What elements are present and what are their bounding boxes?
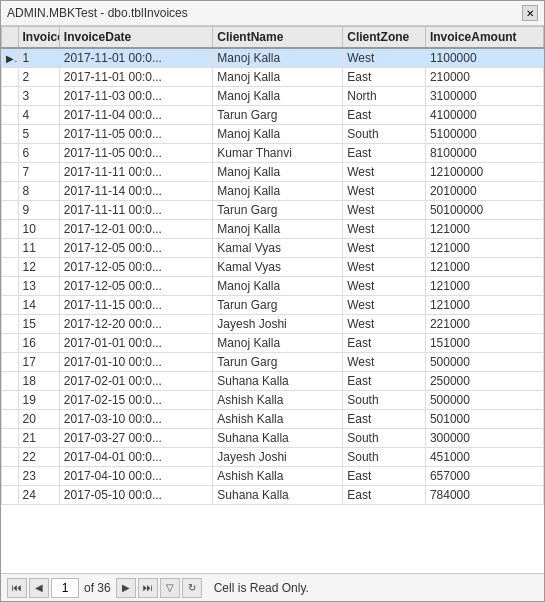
table-cell-2[interactable]: 2017-12-01 00:0... [59,220,213,239]
table-cell-5[interactable]: 8100000 [425,144,543,163]
table-row[interactable]: 122017-12-05 00:0...Kamal VyasWest121000 [2,258,544,277]
table-cell-2[interactable]: 2017-11-15 00:0... [59,296,213,315]
table-cell-1[interactable]: 6 [18,144,59,163]
table-cell-2[interactable]: 2017-01-01 00:0... [59,334,213,353]
table-row[interactable]: 82017-11-14 00:0...Manoj KallaWest201000… [2,182,544,201]
table-cell-0[interactable] [2,201,19,220]
table-cell-1[interactable]: 21 [18,429,59,448]
table-cell-0[interactable] [2,410,19,429]
table-cell-0[interactable] [2,391,19,410]
table-cell-3[interactable]: Ashish Kalla [213,467,343,486]
table-cell-3[interactable]: Manoj Kalla [213,68,343,87]
table-row[interactable]: 202017-03-10 00:0...Ashish KallaEast5010… [2,410,544,429]
table-cell-4[interactable]: West [343,353,426,372]
table-cell-2[interactable]: 2017-11-05 00:0... [59,125,213,144]
table-cell-4[interactable]: West [343,201,426,220]
table-row[interactable]: 162017-01-01 00:0...Manoj KallaEast15100… [2,334,544,353]
table-cell-4[interactable]: South [343,125,426,144]
table-cell-1[interactable]: 15 [18,315,59,334]
table-cell-5[interactable]: 3100000 [425,87,543,106]
table-cell-4[interactable]: East [343,144,426,163]
table-cell-0[interactable] [2,467,19,486]
table-cell-2[interactable]: 2017-04-10 00:0... [59,467,213,486]
col-header-clientzone[interactable]: ClientZone [343,27,426,49]
table-row[interactable]: 102017-12-01 00:0...Manoj KallaWest12100… [2,220,544,239]
table-cell-2[interactable]: 2017-11-01 00:0... [59,68,213,87]
table-cell-0[interactable] [2,258,19,277]
table-cell-0[interactable] [2,87,19,106]
table-cell-1[interactable]: 10 [18,220,59,239]
table-cell-2[interactable]: 2017-03-27 00:0... [59,429,213,448]
table-cell-4[interactable]: East [343,486,426,505]
table-cell-1[interactable]: 20 [18,410,59,429]
table-cell-0[interactable] [2,429,19,448]
table-cell-3[interactable]: Suhana Kalla [213,429,343,448]
table-cell-0[interactable] [2,125,19,144]
table-row[interactable]: 92017-11-11 00:0...Tarun GargWest5010000… [2,201,544,220]
table-row[interactable]: 222017-04-01 00:0...Jayesh JoshiSouth451… [2,448,544,467]
table-cell-3[interactable]: Tarun Garg [213,201,343,220]
table-cell-1[interactable]: 17 [18,353,59,372]
table-cell-1[interactable]: 11 [18,239,59,258]
nav-next-button[interactable]: ▶ [116,578,136,598]
table-cell-1[interactable]: 8 [18,182,59,201]
table-cell-1[interactable]: 3 [18,87,59,106]
nav-last-button[interactable]: ⏭ [138,578,158,598]
table-cell-3[interactable]: Manoj Kalla [213,163,343,182]
table-cell-3[interactable]: Kamal Vyas [213,258,343,277]
col-header-invoicedate[interactable]: InvoiceDate [59,27,213,49]
table-cell-0[interactable] [2,277,19,296]
table-cell-3[interactable]: Jayesh Joshi [213,315,343,334]
table-cell-1[interactable]: 13 [18,277,59,296]
table-cell-3[interactable]: Manoj Kalla [213,334,343,353]
table-cell-5[interactable]: 121000 [425,258,543,277]
table-cell-2[interactable]: 2017-12-05 00:0... [59,239,213,258]
table-cell-2[interactable]: 2017-02-01 00:0... [59,372,213,391]
table-cell-0[interactable] [2,448,19,467]
table-cell-4[interactable]: East [343,334,426,353]
table-cell-3[interactable]: Suhana Kalla [213,486,343,505]
table-cell-4[interactable]: North [343,87,426,106]
close-button[interactable]: ✕ [522,5,538,21]
table-cell-0[interactable] [2,144,19,163]
table-row[interactable]: 192017-02-15 00:0...Ashish KallaSouth500… [2,391,544,410]
table-cell-5[interactable]: 221000 [425,315,543,334]
table-cell-3[interactable]: Jayesh Joshi [213,448,343,467]
table-cell-3[interactable]: Manoj Kalla [213,182,343,201]
table-cell-3[interactable]: Kamal Vyas [213,239,343,258]
table-cell-1[interactable]: 16 [18,334,59,353]
table-cell-4[interactable]: West [343,277,426,296]
table-cell-1[interactable]: 2 [18,68,59,87]
table-cell-4[interactable]: West [343,296,426,315]
table-cell-0[interactable] [2,163,19,182]
table-cell-5[interactable]: 300000 [425,429,543,448]
table-cell-1[interactable]: 18 [18,372,59,391]
table-cell-0[interactable] [2,68,19,87]
table-row[interactable]: 132017-12-05 00:0...Manoj KallaWest12100… [2,277,544,296]
table-cell-0[interactable] [2,486,19,505]
table-cell-3[interactable]: Kumar Thanvi [213,144,343,163]
table-cell-4[interactable]: East [343,467,426,486]
nav-filter-button[interactable]: ▽ [160,578,180,598]
table-cell-5[interactable]: 12100000 [425,163,543,182]
table-cell-2[interactable]: 2017-11-03 00:0... [59,87,213,106]
table-cell-5[interactable]: 657000 [425,467,543,486]
table-cell-0[interactable] [2,182,19,201]
table-cell-4[interactable]: South [343,448,426,467]
table-cell-5[interactable]: 500000 [425,391,543,410]
table-row[interactable]: 142017-11-15 00:0...Tarun GargWest121000 [2,296,544,315]
table-cell-3[interactable]: Manoj Kalla [213,87,343,106]
table-cell-5[interactable]: 2010000 [425,182,543,201]
table-cell-4[interactable]: West [343,315,426,334]
table-row[interactable]: ▶12017-11-01 00:0...Manoj KallaWest11000… [2,48,544,68]
table-cell-1[interactable]: 4 [18,106,59,125]
table-cell-0[interactable] [2,239,19,258]
col-header-clientname[interactable]: ClientName [213,27,343,49]
table-cell-0[interactable] [2,220,19,239]
table-cell-4[interactable]: West [343,48,426,68]
table-cell-1[interactable]: 24 [18,486,59,505]
table-cell-0[interactable] [2,372,19,391]
col-header-invoiceid[interactable]: InvoiceID [18,27,59,49]
table-cell-5[interactable]: 121000 [425,220,543,239]
table-cell-4[interactable]: East [343,106,426,125]
